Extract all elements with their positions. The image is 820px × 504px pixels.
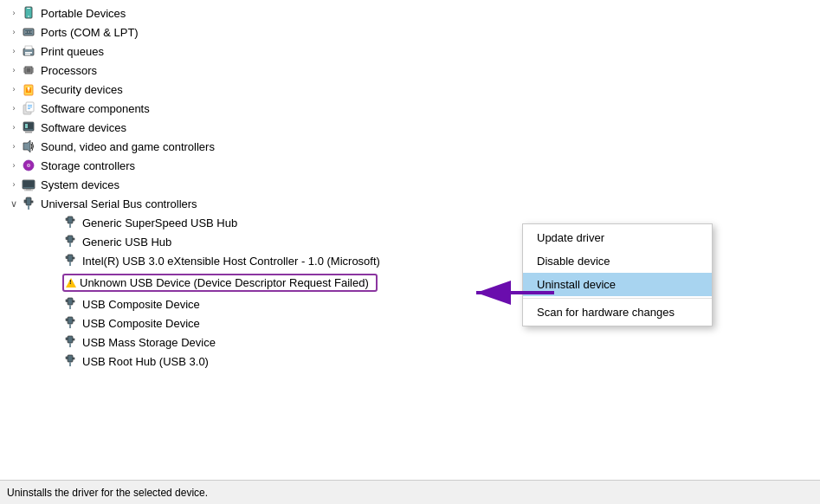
label-processors: Processors — [41, 64, 97, 77]
tree-item-sound-video[interactable]: › Sound, video and game controllers — [0, 137, 820, 156]
expander-system-devices[interactable]: › — [7, 178, 21, 191]
tree-item-security-devices[interactable]: › Security devices — [0, 80, 820, 99]
svg-rect-56 — [69, 262, 71, 266]
svg-rect-10 — [25, 52, 32, 54]
expander-usb-composite-2 — [48, 316, 62, 330]
tree-item-ports[interactable]: › Ports (COM & LPT) — [0, 23, 820, 42]
expander-ports[interactable]: › — [7, 25, 21, 39]
status-bar: Uninstalls the driver for the selected d… — [0, 480, 820, 504]
icon-ports — [21, 24, 36, 40]
svg-rect-41 — [26, 197, 31, 205]
expander-usb-composite-1 — [48, 297, 62, 311]
context-menu-update-driver[interactable]: Update driver — [523, 226, 712, 249]
icon-generic-usb — [62, 234, 78, 249]
expander-usb-mass-storage — [48, 335, 62, 349]
svg-rect-39 — [26, 189, 31, 191]
svg-rect-9 — [25, 46, 32, 49]
tree-item-software-components[interactable]: › Software components — [0, 99, 820, 118]
icon-usb-composite-1 — [62, 296, 78, 312]
tree-item-software-devices[interactable]: › Software devices — [0, 118, 820, 137]
svg-rect-42 — [24, 200, 26, 203]
tree-item-usb-mass-storage[interactable]: USB Mass Storage Device — [0, 333, 820, 352]
tree-item-usb-controllers[interactable]: ∨ Universal Serial Bus controllers — [0, 194, 820, 213]
expander-security-devices[interactable]: › — [7, 82, 21, 96]
svg-rect-45 — [68, 216, 73, 223]
svg-rect-43 — [31, 201, 33, 203]
expander-portable-devices[interactable]: › — [7, 6, 21, 20]
label-usb-root-hub: USB Root Hub (USB 3.0) — [82, 355, 209, 368]
expander-software-components[interactable]: › — [7, 101, 21, 115]
label-usb-composite-2: USB Composite Device — [82, 317, 200, 330]
expander-sound-video[interactable]: › — [7, 139, 21, 153]
svg-rect-51 — [73, 238, 74, 240]
icon-storage-controllers — [21, 158, 36, 173]
expander-generic-usb — [48, 235, 62, 249]
expander-print-queues[interactable]: › — [7, 44, 21, 58]
svg-rect-38 — [23, 181, 34, 187]
icon-portable-devices — [21, 5, 36, 21]
svg-rect-64 — [69, 324, 71, 328]
svg-rect-52 — [69, 242, 71, 247]
label-system-devices: System devices — [41, 178, 119, 191]
label-unknown-usb: Unknown USB Device (Device Descriptor Re… — [80, 276, 369, 289]
icon-intel-usb — [62, 253, 78, 268]
label-usb-composite-1: USB Composite Device — [82, 298, 200, 311]
tree-item-processors[interactable]: › Processors — [0, 61, 820, 80]
svg-rect-67 — [73, 339, 74, 340]
svg-point-2 — [28, 16, 29, 17]
svg-rect-62 — [66, 319, 68, 321]
icon-usb-root-hub — [62, 353, 78, 369]
svg-rect-27 — [28, 107, 32, 107]
context-menu-disable-device[interactable]: Disable device — [523, 249, 712, 273]
expander-unknown-usb — [48, 275, 62, 289]
icon-software-components — [21, 100, 36, 116]
tree-item-storage-controllers[interactable]: › Storage controllers — [0, 156, 820, 175]
svg-rect-11 — [25, 54, 30, 55]
icon-software-devices — [21, 120, 36, 135]
svg-rect-70 — [66, 357, 68, 359]
context-menu: Update driver Disable device Uninstall d… — [522, 223, 713, 326]
icon-usb-controllers — [21, 196, 36, 211]
svg-rect-23 — [29, 89, 29, 92]
context-menu-uninstall-device[interactable]: Uninstall device — [523, 273, 712, 296]
svg-rect-40 — [24, 191, 33, 191]
context-menu-scan-hardware[interactable]: Scan for hardware changes — [523, 300, 712, 324]
svg-rect-49 — [68, 236, 73, 242]
svg-marker-33 — [23, 140, 30, 152]
tree-item-system-devices[interactable]: › System devices — [0, 175, 820, 194]
icon-system-devices — [21, 177, 36, 192]
expander-storage-controllers[interactable]: › — [7, 158, 21, 172]
expander-processors[interactable]: › — [7, 63, 21, 77]
svg-rect-71 — [73, 358, 74, 359]
svg-rect-47 — [73, 219, 74, 221]
svg-rect-61 — [68, 317, 73, 324]
svg-rect-58 — [66, 300, 68, 302]
label-software-devices: Software devices — [41, 121, 126, 134]
svg-rect-28 — [28, 108, 30, 109]
tree-item-print-queues[interactable]: › Print queues — [0, 42, 820, 61]
svg-point-7 — [30, 31, 32, 33]
icon-usb-composite-2 — [62, 315, 78, 331]
icon-processors — [21, 62, 36, 78]
svg-rect-65 — [68, 336, 73, 343]
tree-area: › Portable Devices › Ports (COM & LPT) ›… — [0, 0, 820, 480]
label-storage-controllers: Storage controllers — [41, 159, 135, 172]
svg-rect-69 — [68, 355, 73, 362]
label-software-components: Software components — [41, 102, 150, 115]
expander-software-devices[interactable]: › — [7, 120, 21, 134]
icon-security-devices — [21, 81, 36, 97]
expander-usb-controllers[interactable]: ∨ — [7, 197, 21, 210]
tree-item-usb-root-hub[interactable]: USB Root Hub (USB 3.0) — [0, 352, 820, 371]
label-sound-video: Sound, video and game controllers — [41, 140, 215, 153]
tree-item-portable-devices[interactable]: › Portable Devices — [0, 3, 820, 23]
icon-usb-mass-storage — [62, 334, 78, 350]
svg-rect-53 — [68, 255, 73, 262]
label-generic-usb: Generic USB Hub — [82, 236, 171, 249]
svg-point-36 — [28, 165, 29, 166]
svg-rect-13 — [27, 68, 31, 73]
icon-print-queues — [21, 43, 36, 59]
svg-point-6 — [28, 31, 29, 33]
svg-rect-66 — [66, 338, 68, 340]
svg-rect-50 — [66, 237, 68, 240]
svg-rect-26 — [28, 105, 32, 106]
